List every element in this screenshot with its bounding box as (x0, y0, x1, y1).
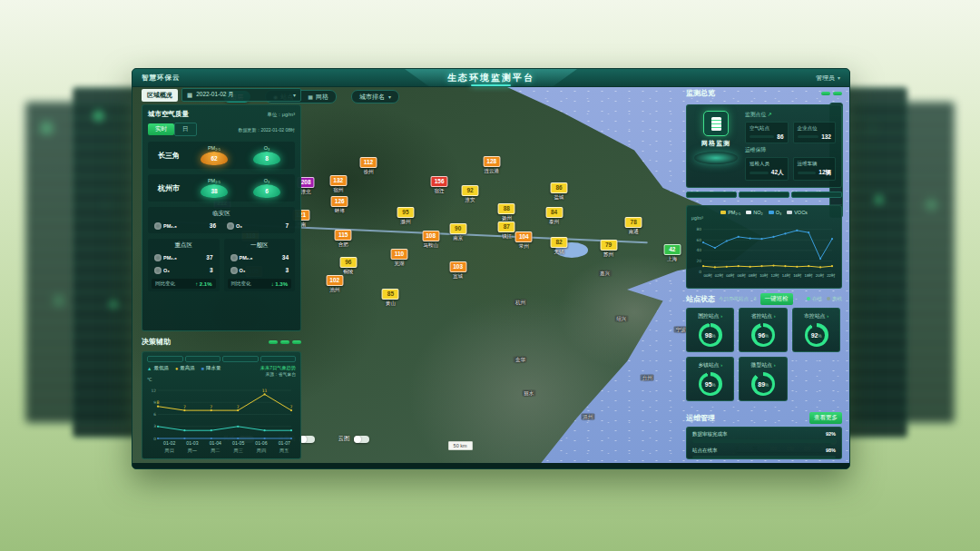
map-marker[interactable]: 88扬州 (498, 203, 515, 221)
x-tick: 02时 (713, 273, 724, 280)
region-label: 区域概况 (142, 89, 178, 102)
caret-down-icon: ▾ (838, 74, 840, 81)
x-tick: 01-06周四 (250, 440, 272, 455)
header-action-button[interactable] (821, 92, 830, 95)
forecast-tab[interactable] (185, 356, 221, 362)
air-quality-card: 城市空气质量 单位：μg/m³ 实时 日 数据更新：2022-01-02 08时… (142, 104, 301, 331)
map-marker[interactable]: 104常州 (515, 231, 533, 250)
map-marker[interactable]: 85黄山 (382, 289, 399, 307)
pollutant-value: 62 (201, 152, 228, 165)
date-picker[interactable]: ▦ 2022-01-02 月 ▾ (181, 88, 301, 102)
map-marker[interactable]: 103宣城 (449, 261, 466, 280)
forecast-tab[interactable] (260, 356, 297, 362)
header-action-button[interactable] (833, 92, 842, 95)
map-marker[interactable]: 84泰州 (545, 207, 563, 225)
mode-daily-button[interactable]: 日 (174, 123, 197, 136)
air-region-rows: 长三角 PM₂.₅ 62 O₃ 8 (148, 142, 295, 202)
map-marker[interactable]: 112徐州 (359, 157, 377, 175)
map-marker[interactable]: 42上海 (663, 244, 681, 262)
svg-text:60: 60 (696, 238, 701, 242)
zone-name: 一般区 (228, 241, 292, 250)
map-marker[interactable]: 82无锡 (551, 237, 568, 255)
right-tab[interactable] (791, 192, 842, 198)
right-tab[interactable] (739, 192, 789, 198)
svg-text:7: 7 (210, 405, 212, 409)
forecast-tabs (147, 356, 296, 362)
x-tick: 22时 (826, 273, 837, 280)
map-scale: 50 km (448, 441, 473, 450)
map-marker[interactable]: 96铜陵 (339, 257, 357, 275)
map-marker[interactable]: 金华 (514, 356, 527, 362)
map-marker[interactable]: 绍兴 (614, 316, 628, 322)
map-marker[interactable]: 95滁州 (397, 207, 414, 225)
svg-text:6: 6 (153, 412, 156, 417)
x-tick: 01-04周二 (204, 440, 227, 455)
view-more-button[interactable]: 查看更多 (809, 412, 842, 424)
map-marker[interactable]: 杭州 (514, 299, 527, 305)
decision-title: 决策辅助 (142, 337, 171, 347)
map-marker[interactable]: 108马鞍山 (422, 231, 439, 249)
map-mode-option[interactable]: ▦ 网格 (300, 91, 336, 103)
map-marker[interactable]: 110芜湖 (390, 249, 407, 267)
x-tick: 00时 (702, 273, 713, 280)
station-gauge[interactable]: 市控站点 92% (792, 308, 840, 352)
toggle-switch[interactable] (299, 436, 315, 443)
x-tick: 01-05周三 (227, 440, 250, 455)
map-marker[interactable]: 126蚌埠 (331, 196, 348, 214)
station-gauge[interactable]: 微型站点 89% (739, 357, 787, 401)
decision-button[interactable] (269, 340, 278, 344)
grid-monitor-icon (703, 111, 729, 136)
stat-box: 巡检人员 42人 (745, 157, 789, 181)
zone-bars: PM₂.₅ 34 O₃ 3 (228, 252, 292, 275)
x-tick: 06时 (736, 273, 747, 280)
map-marker[interactable]: 86盐城 (551, 182, 568, 201)
map-marker[interactable]: 132宿州 (329, 175, 347, 193)
zone-name: 重点区 (152, 241, 216, 250)
pollutant-gauge: PM₂.₅ 62 (201, 145, 228, 165)
map-marker[interactable]: 87镇江 (498, 221, 515, 240)
map-marker[interactable]: 90南京 (449, 223, 466, 241)
station-gauge[interactable]: 乡镇站点 95% (686, 357, 734, 401)
right-tab[interactable] (686, 192, 737, 198)
station-gauge[interactable]: 国控站点 98% (686, 308, 734, 352)
map-marker[interactable]: 79苏州 (600, 240, 617, 258)
map-marker[interactable]: 102池州 (326, 275, 343, 293)
pollutant-icon (154, 254, 162, 261)
map-marker[interactable]: 丽水 (522, 389, 535, 396)
map-marker[interactable]: 128连云港 (483, 156, 500, 174)
decision-buttons (269, 340, 301, 344)
app-window: 智慧环保云 生态环境监测平台 管理员 ▾ 112徐州128连云港156宿迁163… (132, 68, 850, 469)
inspect-button[interactable]: 一键巡检 (760, 293, 793, 305)
ranking-label: 城市排名 (359, 93, 385, 102)
map-marker[interactable]: 115合肥 (335, 230, 352, 248)
toggle-switch[interactable] (354, 436, 369, 443)
pollutant-icon (154, 222, 162, 230)
svg-text:11: 11 (262, 389, 268, 393)
station-gauge[interactable]: 省控站点 96% (739, 308, 787, 352)
map-marker[interactable]: 温州 (581, 413, 594, 419)
map-marker[interactable]: 92淮安 (462, 185, 479, 203)
map-marker[interactable]: 78南通 (625, 217, 642, 235)
decision-button[interactable] (280, 340, 289, 344)
forecast-tab[interactable] (147, 356, 183, 362)
map-marker[interactable]: 嘉兴 (598, 270, 612, 276)
caret-down-icon: ▾ (293, 92, 296, 98)
user-menu[interactable]: 管理员 ▾ (816, 69, 840, 86)
zone-card: 一般区 PM₂.₅ 34 O (224, 239, 296, 291)
svg-text:8: 8 (157, 400, 160, 405)
city-ranking-dropdown[interactable]: 城市排名 ▾ (351, 90, 399, 103)
page-background: 智慧环保云 生态环境监测平台 管理员 ▾ 112徐州128连云港156宿迁163… (0, 0, 980, 551)
map-marker[interactable]: 156宿迁 (431, 176, 448, 194)
stat-box: 空气站点 86 (745, 122, 789, 143)
progress-bar (692, 456, 836, 459)
right-panel-title: 监测总览 (686, 88, 715, 98)
layer-toggle[interactable]: 云图 (338, 435, 369, 443)
window-footer (132, 463, 849, 468)
update-time: 数据更新：2022-01-02 08时 (238, 127, 295, 133)
forecast-tab[interactable] (222, 356, 259, 362)
decision-button[interactable] (292, 340, 301, 344)
titlebar: 智慧环保云 生态环境监测平台 管理员 ▾ (132, 69, 849, 87)
mode-realtime-button[interactable]: 实时 (148, 123, 174, 135)
svg-text:7: 7 (290, 405, 293, 409)
map-marker[interactable]: 台州 (641, 374, 654, 380)
